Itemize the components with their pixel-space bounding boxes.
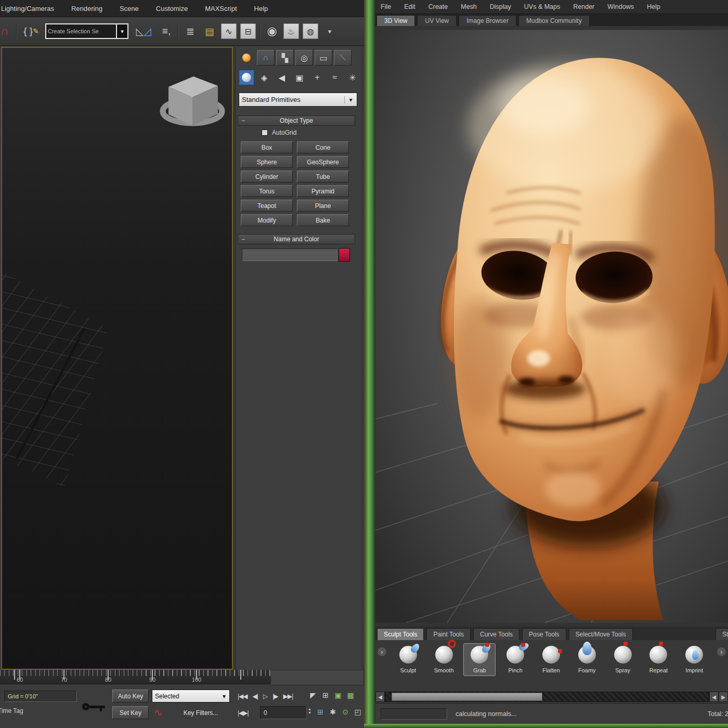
menu-rendering[interactable]: Rendering bbox=[71, 5, 102, 12]
selection-filter-dropdown[interactable]: Selected ▾ bbox=[152, 690, 230, 703]
select-object-icon[interactable]: ◤ bbox=[307, 690, 319, 701]
menu-lighting-cameras[interactable]: Lighting/Cameras bbox=[1, 5, 54, 12]
helpers-category-icon[interactable]: + bbox=[309, 70, 325, 85]
tool-foamy[interactable]: Foamy bbox=[571, 643, 603, 676]
tool-sculpt[interactable]: Sculpt bbox=[392, 643, 424, 676]
systems-category-icon[interactable]: ✳ bbox=[345, 70, 360, 85]
tube-button[interactable]: Tube bbox=[297, 171, 349, 183]
arc-rotate-icon[interactable]: ⊙ bbox=[339, 706, 352, 718]
cylinder-button[interactable]: Cylinder bbox=[241, 171, 293, 183]
object-name-input[interactable] bbox=[242, 249, 337, 261]
next-frame-button[interactable]: |▶ bbox=[272, 693, 278, 700]
snap-magnet-icon[interactable]: ∩ bbox=[0, 23, 12, 39]
maximize-viewport-icon[interactable]: ◰ bbox=[352, 706, 364, 718]
tool-pinch[interactable]: Pinch bbox=[499, 643, 531, 676]
goto-end-button[interactable]: ▶▶| bbox=[283, 693, 293, 700]
tray-tab-curve-tools[interactable]: Curve Tools bbox=[473, 628, 519, 640]
prev-frame-button[interactable]: ◀| bbox=[253, 693, 258, 700]
object-color-swatch[interactable] bbox=[339, 248, 350, 262]
tray-tab-pose-tools[interactable]: Pose Tools bbox=[522, 628, 566, 640]
autogrid-checkbox[interactable] bbox=[262, 129, 268, 136]
menu-edit[interactable]: Edit bbox=[404, 3, 415, 10]
scrollbar-left-arrow[interactable]: ◀ bbox=[375, 692, 385, 702]
zoom-extents-icon[interactable]: ▣ bbox=[332, 690, 344, 701]
tray-tab-sculpt-tools[interactable]: Sculpt Tools bbox=[377, 628, 424, 640]
utilities-tab[interactable]: ⟍ bbox=[334, 50, 352, 66]
geometry-category-icon[interactable] bbox=[239, 70, 254, 85]
box-button[interactable]: Box bbox=[241, 141, 293, 153]
tray-tab-partial[interactable]: Sta bbox=[716, 628, 728, 640]
menu-scene[interactable]: Scene bbox=[120, 5, 139, 12]
name-color-rollout-header[interactable]: − Name and Color bbox=[238, 234, 355, 244]
zoom-extents-all-icon[interactable]: ▦ bbox=[344, 690, 357, 701]
tool-spray[interactable]: Spray bbox=[607, 643, 639, 676]
menu-create[interactable]: Create bbox=[428, 3, 448, 10]
frame-spinner[interactable]: ▲ ▼ bbox=[308, 707, 311, 714]
modify-tab[interactable]: ∩ bbox=[257, 50, 275, 66]
primitives-dropdown[interactable]: Standard Primitives ▾ bbox=[239, 93, 357, 107]
lights-category-icon[interactable]: ◀ bbox=[274, 70, 290, 85]
menu-uvs-maps[interactable]: UVs & Maps bbox=[524, 3, 560, 10]
menu-display[interactable]: Display bbox=[490, 3, 511, 10]
cameras-category-icon[interactable]: ▣ bbox=[292, 70, 307, 85]
menu-help[interactable]: Help bbox=[647, 3, 660, 10]
current-frame-field[interactable]: 0 bbox=[260, 706, 307, 719]
tab-uv-view[interactable]: UV View bbox=[417, 15, 457, 26]
tab-image-browser[interactable]: Image Browser bbox=[459, 15, 516, 26]
tool-flatten[interactable]: Flatten bbox=[535, 643, 567, 676]
spinner-down[interactable]: ▼ bbox=[308, 711, 311, 714]
named-selection-sets-icon[interactable]: { }✎ bbox=[21, 23, 42, 39]
tool-grab[interactable]: Grab bbox=[463, 643, 496, 676]
schematic-view-icon[interactable]: ⊟ bbox=[240, 23, 256, 39]
menu-render[interactable]: Render bbox=[573, 3, 594, 10]
tab-3d-view[interactable]: 3D View bbox=[376, 15, 415, 26]
display-tab[interactable]: ▭ bbox=[315, 50, 332, 66]
scrollbar-track[interactable] bbox=[385, 692, 709, 702]
field-of-view-icon[interactable]: ⊞ bbox=[314, 706, 327, 718]
key-mode-toggle[interactable]: |◀▶| bbox=[238, 709, 249, 717]
curve-editor-icon[interactable]: ∿ bbox=[221, 23, 237, 39]
key-filters-button[interactable]: Key Filters... bbox=[172, 706, 230, 719]
tray-tab-paint-tools[interactable]: Paint Tools bbox=[426, 628, 470, 640]
track-bar[interactable]: 60 70 80 90 100 bbox=[0, 670, 270, 684]
goto-start-button[interactable]: |◀◀ bbox=[238, 693, 248, 700]
toolbar-flyout-arrow-icon[interactable]: ▾ bbox=[322, 23, 337, 39]
zoom-all-icon[interactable]: ⊞ bbox=[319, 690, 332, 701]
render-setup-icon[interactable]: ♨ bbox=[283, 23, 299, 39]
menu-maxscript[interactable]: MAXScript bbox=[205, 5, 237, 12]
mudbox-3d-viewport[interactable] bbox=[375, 26, 728, 627]
geosphere-button[interactable]: GeoSphere bbox=[297, 156, 349, 168]
object-type-rollout-header[interactable]: − Object Type bbox=[238, 115, 355, 126]
graphite-tools-icon[interactable]: ▤ bbox=[202, 23, 217, 39]
align-icon[interactable]: ≡, bbox=[159, 23, 174, 39]
render-frame-icon[interactable]: ◍ bbox=[303, 23, 318, 39]
tool-repeat[interactable]: Repeat bbox=[642, 643, 674, 676]
mirror-icon[interactable]: ◺◿ bbox=[132, 23, 155, 39]
shapes-category-icon[interactable]: ◈ bbox=[256, 70, 272, 85]
menu-file[interactable]: File bbox=[381, 3, 391, 10]
teapot-button[interactable]: Teapot bbox=[241, 200, 293, 212]
sphere-button[interactable]: Sphere bbox=[241, 156, 293, 168]
menu-windows[interactable]: Windows bbox=[607, 3, 634, 10]
tray-scroll-left-icon[interactable]: › bbox=[378, 647, 386, 656]
tab-mudbox-community[interactable]: Mudbox Community bbox=[518, 15, 590, 26]
selection-set-arrow[interactable]: ▾ bbox=[116, 24, 127, 38]
max-perspective-viewport[interactable] bbox=[1, 47, 233, 670]
plane-button[interactable]: Plane bbox=[297, 200, 349, 212]
time-tag-label[interactable]: Time Tag bbox=[0, 707, 23, 714]
scrollbar-right-arrow-2[interactable]: ▶ bbox=[719, 692, 728, 702]
spinner-up[interactable]: ▲ bbox=[308, 707, 311, 711]
set-key-button[interactable]: Set Key bbox=[112, 706, 149, 719]
auto-key-button[interactable]: Auto Key bbox=[112, 690, 149, 703]
menu-mesh[interactable]: Mesh bbox=[461, 3, 477, 10]
key-filters-curve-icon[interactable]: ∿ bbox=[154, 706, 163, 719]
pan-icon[interactable]: ✱ bbox=[327, 706, 339, 718]
tray-scroll-right-icon[interactable]: › bbox=[717, 647, 726, 656]
scrollbar-right-arrow-1[interactable]: ◀ bbox=[709, 692, 719, 702]
spacewarps-category-icon[interactable]: ≈ bbox=[327, 70, 343, 85]
motion-tab[interactable]: ◎ bbox=[295, 50, 313, 66]
extra-button-2[interactable]: Bake bbox=[297, 214, 349, 226]
play-button[interactable]: ▷ bbox=[263, 693, 267, 700]
tray-tab-select-move-tools[interactable]: Select/Move Tools bbox=[569, 628, 633, 640]
pyramid-button[interactable]: Pyramid bbox=[297, 185, 349, 197]
